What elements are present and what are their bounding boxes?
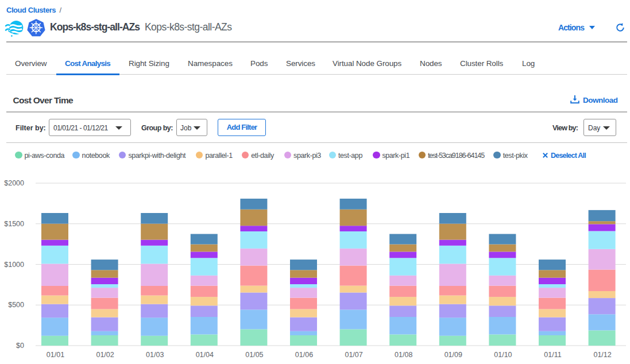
svg-text:$0: $0 xyxy=(16,342,24,350)
svg-text:01/12: 01/12 xyxy=(593,351,611,359)
svg-text:$500: $500 xyxy=(8,301,24,309)
svg-text:01/10: 01/10 xyxy=(494,351,512,359)
svg-text:01/03: 01/03 xyxy=(146,351,164,359)
svg-text:$1000: $1000 xyxy=(4,261,24,269)
svg-text:$1500: $1500 xyxy=(4,220,24,228)
svg-text:01/05: 01/05 xyxy=(245,351,263,359)
svg-text:01/04: 01/04 xyxy=(196,351,214,359)
svg-text:01/06: 01/06 xyxy=(295,351,313,359)
svg-text:01/02: 01/02 xyxy=(96,351,114,359)
svg-text:$2000: $2000 xyxy=(4,179,24,187)
svg-text:01/07: 01/07 xyxy=(345,351,362,359)
svg-text:01/01: 01/01 xyxy=(47,351,64,359)
svg-text:01/09: 01/09 xyxy=(445,351,462,359)
svg-text:01/11: 01/11 xyxy=(544,351,561,359)
svg-text:01/08: 01/08 xyxy=(395,351,412,359)
